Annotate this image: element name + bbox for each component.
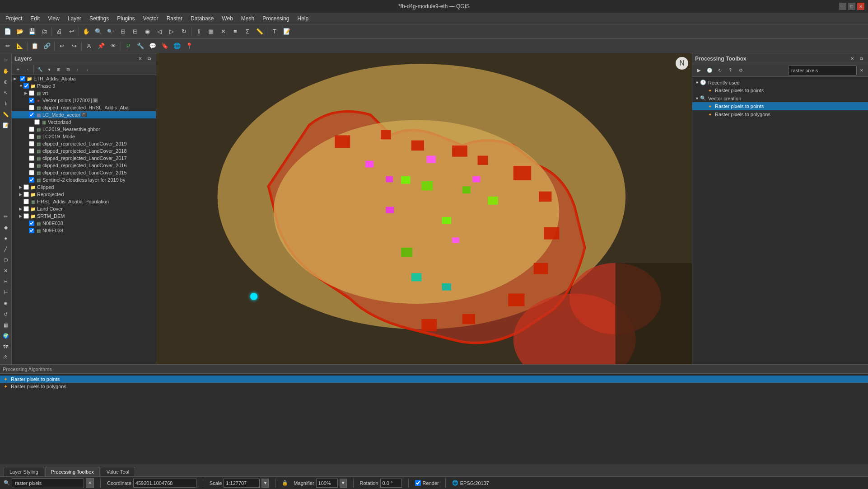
minimize-button[interactable]: — [839,3,846,10]
layer-checkbox[interactable] [29,148,34,154]
layer-checkbox[interactable] [23,199,29,204]
algo-item[interactable]: ✦ Raster pixels to points [0,376,868,383]
tab-layer-styling[interactable]: Layer Styling [4,467,44,476]
layer-collapse-all[interactable]: ⊟ [64,65,73,74]
layer-checkbox[interactable] [29,177,34,183]
globe-tool[interactable]: 🌍 [1,331,11,341]
digitize-tool[interactable]: ✏ [1,212,11,221]
rotation-input[interactable] [380,479,402,488]
render-toggle[interactable]: Render [415,480,439,486]
list-item[interactable]: ▶ 📁 Land Cover [12,205,156,212]
touch-tool[interactable]: ☞ [1,55,11,65]
crs-display[interactable]: 🌐 EPSG:20137 [452,480,489,486]
map-tips-button[interactable]: 💬 [147,40,159,52]
layer-checkbox[interactable] [23,192,29,197]
list-item[interactable]: ▶ ▦ HRSL_Addis_Ababa_Population [12,198,156,205]
3d-tool[interactable]: 🗺 [1,342,11,352]
tab-processing-toolbox[interactable]: Processing Toolbox [45,467,100,476]
layer-checkbox[interactable] [23,184,29,190]
temporal-tool[interactable]: ⏱ [1,353,11,362]
menu-layer[interactable]: Layer [64,14,85,23]
layer-checkbox[interactable] [29,141,34,146]
proc-run-button[interactable]: ▶ [694,66,704,75]
render-checkbox[interactable] [415,480,421,486]
save-project-button[interactable]: 💾 [26,26,38,38]
label-show-button[interactable]: 👁 [107,40,119,52]
zoom-next-button[interactable]: ▷ [166,26,177,38]
layer-checkbox[interactable] [29,127,34,132]
layer-down[interactable]: ↓ [83,65,92,74]
layer-filter[interactable]: ▼ [45,65,54,74]
layer-checkbox[interactable] [29,90,34,96]
zoom-last-button[interactable]: ◁ [154,26,165,38]
list-item[interactable]: ▶ ▦ clipped_reprojected_LandCover_2017 [12,155,156,162]
list-item[interactable]: ▶ ● Vector points [127802] ⊕ [12,97,156,104]
attribute-edit-button[interactable]: 📋 [29,40,41,52]
layer-checkbox[interactable] [23,213,29,219]
tab-value-tool[interactable]: Value Tool [101,467,135,476]
proc-settings-button[interactable]: ⚙ [736,66,746,75]
pan-button[interactable]: ✋ [80,26,92,38]
list-item[interactable]: ▶ ▦ clipped_reprojected_LandCover_2015 [12,169,156,176]
processing-search-input[interactable] [788,66,857,75]
layer-checkbox[interactable] [29,98,34,103]
layer-expand-all[interactable]: ⊞ [54,65,63,74]
menu-view[interactable]: View [44,14,63,23]
menu-processing[interactable]: Processing [259,14,293,23]
measure-tool[interactable]: 📏 [1,109,11,119]
zoom-selected-button[interactable]: ◉ [141,26,153,38]
open-project-button[interactable]: 📂 [14,26,26,38]
menu-project[interactable]: Project [2,14,26,23]
redo-button[interactable]: ↪ [68,40,80,52]
proc-search-clear[interactable]: ✕ [857,66,866,75]
layer-checkbox[interactable] [29,112,34,118]
proc-item3[interactable]: ✦ Raster pixels to polygons [692,110,868,118]
layer-checkbox[interactable] [29,105,34,110]
algo-item2[interactable]: ✦ Raster pixels to polygons [0,383,868,390]
python-console-button[interactable]: P [122,40,134,52]
layer-checkbox[interactable] [20,76,25,81]
undo2-button[interactable]: ↩ [56,40,68,52]
delete-tool[interactable]: ✕ [1,266,11,276]
identify-button[interactable]: ℹ [193,26,205,38]
layers-float-button[interactable]: ⧉ [145,55,153,63]
rotate-tool[interactable]: ↺ [1,309,11,319]
proc-close-button[interactable]: ✕ [848,55,856,63]
proc-refresh-button[interactable]: ↻ [715,66,725,75]
list-item[interactable]: ▶ ▦ clipped_reprojected_LandCover_2016 [12,162,156,169]
list-item[interactable]: ▶ ▦ N09E038 [12,227,156,234]
magnifier-input[interactable] [316,479,338,488]
proc-item-selected[interactable]: ✦ Raster pixels to points [692,102,868,110]
layer-checkbox[interactable] [29,228,34,233]
list-item[interactable]: ▶ ▦ clipped_reprojected_LandCover_2019 [12,140,156,147]
refresh-button[interactable]: ↻ [178,26,190,38]
proc-history-button[interactable]: 🕐 [705,66,714,75]
add-line-tool[interactable]: ╱ [1,244,11,254]
list-item[interactable]: ▶ 📁 Clipped [12,183,156,191]
label-pin-button[interactable]: 📌 [95,40,107,52]
coordinate-input[interactable] [133,479,196,488]
split-tool[interactable]: ⊢ [1,287,11,297]
list-item[interactable]: ▶ ▦ Vectorized [12,118,156,126]
label-button[interactable]: T [269,26,280,38]
menu-raster[interactable]: Raster [163,14,186,23]
menu-settings[interactable]: Settings [86,14,112,23]
proc-group-vector-creation[interactable]: ▼ 🔍 Vector creation [692,94,868,102]
select-feature[interactable]: ↖ [1,88,11,98]
zoom-out-button[interactable]: 🔍- [105,26,117,38]
list-item[interactable]: ▶ ▦ vrt [12,89,156,97]
menu-plugins[interactable]: Plugins [113,14,138,23]
list-item[interactable]: ▶ 📁 Reprojected [12,191,156,198]
layer-checkbox[interactable] [29,134,34,139]
maximize-button[interactable]: □ [848,3,855,10]
list-item[interactable]: ▶ ▦ Sentinel-2 cloudless layer for 2019 … [12,176,156,183]
map-area[interactable]: N [156,53,692,364]
list-item[interactable]: ▶ 📁 ETH_Addis_Ababa [12,75,156,82]
layer-checkbox[interactable] [29,170,34,175]
osm-button[interactable]: 🌐 [171,40,183,52]
proc-help-button[interactable]: ? [725,66,735,75]
proc-group-recently-used[interactable]: ▼ 🕐 Recently used [692,79,868,86]
list-item[interactable]: ▶ ▦ clipped_reprojected_HRSL_Addis_Aba [12,104,156,111]
list-item[interactable]: ▼ 📁 Phase 3 [12,82,156,89]
open-table-button[interactable]: ≡ [229,26,241,38]
